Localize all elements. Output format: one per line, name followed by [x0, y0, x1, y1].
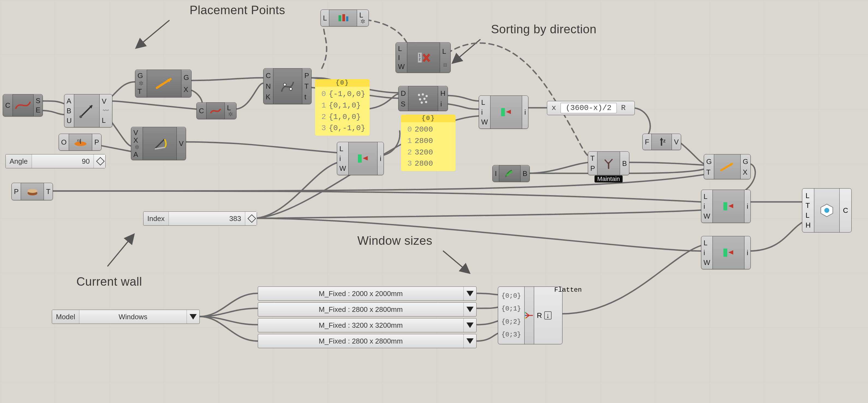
port: V	[133, 129, 141, 136]
node-divide[interactable]: G✲T GX	[135, 69, 191, 97]
annot-window-sizes: Window sizes	[358, 235, 432, 247]
panel-row-value: {1,0,0}	[329, 112, 361, 122]
svg-rect-49	[525, 315, 526, 316]
port: L	[227, 104, 234, 111]
panel-row-value: 3200	[415, 147, 433, 158]
svg-point-8	[28, 189, 37, 193]
node-move[interactable]: GT GX	[704, 154, 751, 179]
port: T	[46, 188, 51, 195]
expression-text[interactable]: (3600-x)/2	[561, 103, 617, 113]
panel-row-index: 0	[318, 89, 326, 99]
svg-marker-38	[660, 137, 663, 140]
svg-rect-50	[525, 318, 526, 319]
port: C	[199, 107, 204, 114]
chevron-down-icon[interactable]	[463, 287, 476, 301]
panel-row-value: 2800	[415, 136, 433, 146]
branch-key: {0;0}	[501, 293, 521, 299]
port: P	[590, 165, 595, 172]
node-xyplane[interactable]: O xy P	[59, 134, 101, 151]
svg-point-24	[419, 98, 421, 100]
node-sort[interactable]: DS Hi	[398, 86, 448, 111]
node-add-hosted-component[interactable]: LTLH C	[802, 188, 851, 232]
port: X	[184, 86, 189, 93]
dropdown-value: Windows	[80, 313, 187, 320]
node-cull-index[interactable]: LIW 12 L⧈	[396, 42, 451, 73]
dropdown-window-type-1[interactable]: M_Fixed : 2800 x 2800mm	[258, 302, 476, 316]
svg-point-25	[423, 98, 426, 100]
node-list-item-1[interactable]: LiW i	[337, 142, 384, 175]
svg-rect-28	[358, 154, 362, 163]
chevron-down-icon[interactable]	[463, 318, 476, 332]
svg-point-26	[421, 101, 423, 104]
port: L	[704, 193, 710, 200]
chevron-down-icon[interactable]	[187, 310, 199, 323]
panel-row-index: 1	[318, 100, 326, 111]
branch-key: {0;2}	[501, 319, 521, 325]
node-graft-leaf[interactable]: I B	[492, 165, 530, 182]
svg-marker-45	[728, 250, 733, 254]
port: C	[266, 72, 271, 79]
svg-point-12	[289, 88, 292, 90]
dropdown-window-type-2[interactable]: M_Fixed : 3200 x 3200mm	[258, 318, 476, 332]
node-label: Flatten	[554, 287, 582, 344]
port: B	[523, 170, 527, 177]
node-rotate-vector[interactable]: VX✲A V	[131, 127, 186, 160]
port: i	[747, 203, 748, 210]
svg-marker-29	[363, 156, 368, 160]
node-entwine[interactable]: {0;0} {0;1} {0;2} {0;3} R↓ Flatten	[498, 286, 562, 344]
node-flip-curve[interactable]: C L✲	[196, 102, 237, 119]
port: P	[94, 138, 99, 146]
slider-label: Index	[144, 212, 169, 225]
slider-index[interactable]: Index 383	[143, 212, 257, 226]
slider-angle[interactable]: Angle 90	[5, 154, 105, 168]
port: W	[398, 63, 405, 70]
svg-point-22	[422, 93, 424, 95]
port: i	[380, 155, 381, 162]
node-list-item-4[interactable]: LiW i	[701, 236, 751, 269]
panel-row-value: 2800	[415, 158, 433, 169]
port: L	[442, 48, 448, 55]
node-expression[interactable]: x (3600-x)/2 R	[547, 101, 635, 115]
node-graft-top[interactable]: L L✲	[320, 9, 369, 27]
node-tree-branch[interactable]: TP B Maintain	[588, 151, 629, 175]
dropdown-model[interactable]: Model Windows	[52, 310, 200, 324]
branch-key: {0;1}	[501, 306, 521, 312]
panel-row-index: 0	[404, 124, 412, 135]
svg-marker-31	[506, 110, 511, 114]
node-unit-z[interactable]: F z V	[642, 134, 681, 150]
chevron-down-icon[interactable]	[463, 334, 476, 348]
reparam-icon: 〰	[102, 108, 110, 114]
node-tree-stump[interactable]: P T	[11, 183, 53, 200]
branch-key: {0;3}	[501, 332, 521, 338]
chevron-down-icon[interactable]	[463, 303, 476, 316]
node-curve[interactable]: C SE	[3, 94, 43, 117]
port: F	[645, 138, 649, 146]
slider-value: 90	[32, 158, 94, 165]
slider-handle-icon[interactable]	[96, 157, 104, 165]
panel-header: {0}	[401, 115, 456, 122]
port: H	[440, 90, 445, 97]
svg-point-47	[824, 208, 829, 213]
svg-rect-30	[501, 108, 505, 116]
panel-sizes[interactable]: {0} 02000 12800 23200 32800	[401, 115, 456, 171]
port: T	[304, 83, 309, 90]
node-vec2pt[interactable]: ABU V〰L	[64, 94, 113, 127]
svg-point-11	[283, 83, 286, 86]
slider-handle-icon[interactable]	[247, 214, 256, 223]
node-eval-curve[interactable]: CNK PTt	[263, 68, 312, 104]
panel-row-index: 3	[318, 123, 326, 133]
port: R	[617, 104, 630, 112]
panel-directions[interactable]: {0} 0{-1,0,0} 1{0,1,0} 2{1,0,0} 3{0,-1,0…	[315, 79, 370, 135]
svg-rect-15	[346, 17, 348, 21]
node-list-item-2[interactable]: LiW i	[479, 95, 528, 129]
port: i	[747, 249, 748, 256]
port: G	[137, 72, 145, 79]
node-list-item-3[interactable]: LiW i	[701, 190, 751, 223]
annot-placement-points: Placement Points	[190, 4, 285, 16]
svg-rect-48	[525, 312, 526, 313]
port-out: E	[36, 106, 40, 114]
svg-rect-44	[723, 249, 727, 257]
dropdown-window-type-3[interactable]: M_Fixed : 2800 x 2800mm	[258, 334, 476, 348]
svg-point-21	[418, 94, 420, 96]
dropdown-window-type-0[interactable]: M_Fixed : 2000 x 2000mm	[258, 286, 476, 301]
